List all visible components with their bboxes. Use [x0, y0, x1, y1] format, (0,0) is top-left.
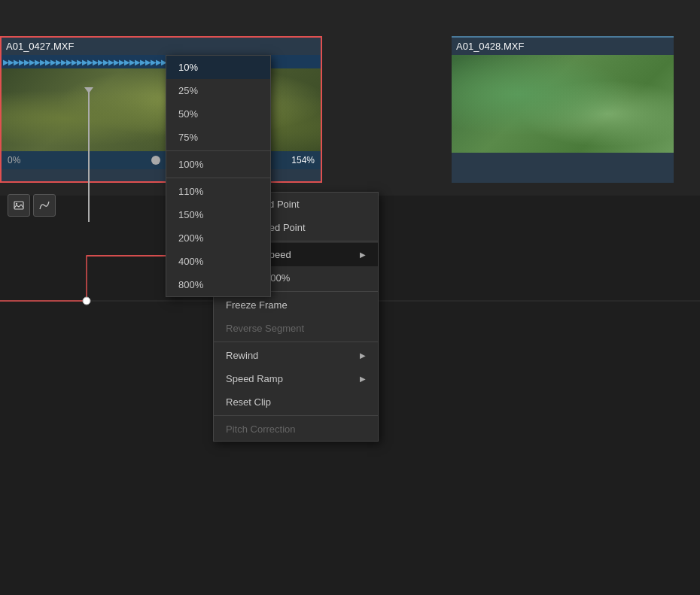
submenu-200pct[interactable]: 200% [166, 226, 270, 250]
clip-1-speed-bar: 0% 154% [2, 151, 321, 169]
menu-rewind[interactable]: Rewind ▶ [214, 344, 378, 367]
rewind-arrow: ▶ [360, 351, 366, 360]
submenu-sep-1 [166, 150, 270, 151]
clip-1-title: A01_0427.MXF [2, 38, 321, 55]
menu-speed-ramp[interactable]: Speed Ramp ▶ [214, 367, 378, 390]
clip-1-speed-right: 154% [291, 155, 315, 165]
clip-1[interactable]: A01_0427.MXF ▶▶▶▶▶▶▶▶▶▶▶▶▶▶▶▶▶▶▶▶▶▶▶▶▶▶▶… [0, 36, 322, 183]
submenu-75pct[interactable]: 75% [166, 126, 270, 149]
tool-icons [8, 194, 56, 217]
clip-1-thumbnail [2, 68, 321, 151]
submenu-change-speed: 10% 25% 50% 75% 100% 110% 150% 200% 400%… [166, 55, 271, 297]
clip-2[interactable]: A01_0428.MXF [452, 36, 674, 183]
submenu-150pct[interactable]: 150% [166, 203, 270, 226]
menu-pitch-correction: Pitch Correction [214, 417, 378, 441]
clip-2-title: A01_0428.MXF [452, 38, 674, 55]
svg-point-1 [83, 297, 90, 305]
clip-1-arrows: ▶▶▶▶▶▶▶▶▶▶▶▶▶▶▶▶▶▶▶▶▶▶▶▶▶▶▶▶▶▶▶▶▶▶▶▶▶▶▶▶… [2, 55, 321, 68]
menu-sep-3 [214, 342, 378, 342]
submenu-100pct[interactable]: 100% [166, 153, 270, 176]
tool-image-icon[interactable] [8, 194, 30, 217]
menu-reverse-segment: Reverse Segment [214, 317, 378, 340]
submenu-50pct[interactable]: 50% [166, 102, 270, 126]
clip-2-thumbnail [452, 55, 674, 153]
submenu-800pct[interactable]: 800% [166, 273, 270, 296]
submenu-25pct[interactable]: 25% [166, 79, 270, 102]
speed-slider[interactable] [151, 156, 160, 165]
clip-1-speed-left: 0% [8, 155, 20, 165]
menu-reset-clip[interactable]: Reset Clip [214, 390, 378, 414]
submenu-400pct[interactable]: 400% [166, 250, 270, 273]
submenu-10pct[interactable]: 10% [166, 56, 270, 79]
svg-point-4 [16, 203, 17, 205]
tool-curve-icon[interactable] [33, 194, 56, 217]
submenu-sep-2 [166, 178, 270, 178]
change-speed-arrow: ▶ [360, 250, 366, 259]
submenu-110pct[interactable]: 110% [166, 180, 270, 203]
menu-sep-4 [214, 415, 378, 416]
speed-ramp-arrow: ▶ [360, 375, 366, 383]
clip-1-playhead [88, 90, 90, 222]
